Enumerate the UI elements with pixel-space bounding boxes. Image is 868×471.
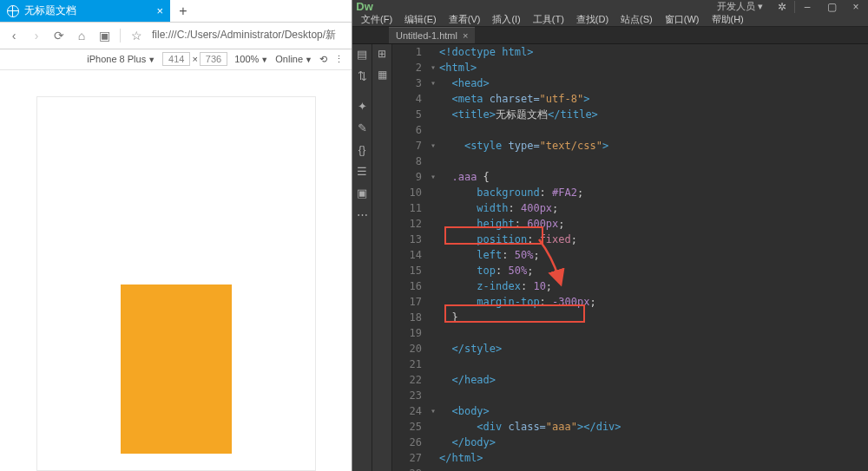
rail-icon[interactable]: ▤ (357, 48, 367, 61)
device-select[interactable]: iPhone 8 Plus▼ (87, 54, 155, 64)
zoom-select[interactable]: 100%▼ (234, 54, 268, 64)
code-line[interactable]: 19 (392, 325, 868, 341)
rail-icon[interactable]: ▦ (378, 69, 387, 81)
code-line[interactable]: 25 <div class="aaa"></div> (392, 419, 868, 435)
menu-item[interactable]: 插入(I) (492, 13, 520, 26)
code-line[interactable]: 5 <title>无标题文档</title> (392, 107, 868, 122)
tab-close-icon[interactable]: × (156, 4, 163, 17)
globe-icon (7, 5, 19, 17)
code-line[interactable]: 2▾<html> (392, 60, 868, 75)
menu-bar: 文件(F)编辑(E)查看(V)插入(I)工具(T)查找(D)站点(S)窗口(W)… (352, 13, 868, 27)
rail-more-icon[interactable]: ⋯ (357, 208, 368, 221)
fold-icon[interactable]: ▾ (427, 169, 439, 185)
gutter: 1 (392, 44, 427, 60)
editor-pane: Dw 开发人员 ▾ ✲ – ▢ × 文件(F)编辑(E)查看(V)插入(I)工具… (352, 0, 868, 471)
code-line[interactable]: 12 height: 600px; (392, 216, 868, 232)
fold-icon[interactable]: ▾ (427, 60, 439, 75)
fold-icon (427, 278, 439, 294)
gutter: 3 (392, 75, 427, 91)
workspace-select[interactable]: 开发人员 ▾ (710, 0, 770, 13)
maximize-button[interactable]: ▢ (819, 1, 844, 13)
rail-icon[interactable]: {} (358, 143, 366, 156)
code-line[interactable]: 4 <meta charset="utf-8"> (392, 91, 868, 107)
code-line[interactable]: 13 position: fixed; (392, 232, 868, 247)
code-line[interactable]: 21 (392, 357, 868, 372)
close-button[interactable]: × (844, 1, 868, 13)
sidepanel-icon[interactable]: ▣ (97, 29, 111, 43)
gutter: 14 (392, 247, 427, 263)
fold-icon (427, 325, 439, 341)
minimize-button[interactable]: – (795, 1, 819, 13)
code-line[interactable]: 14 left: 50%; (392, 247, 868, 263)
fold-icon (427, 263, 439, 278)
height-input[interactable]: 736 (200, 52, 227, 66)
code-text: z-index: 10; (439, 278, 552, 294)
menu-item[interactable]: 帮助(H) (712, 13, 744, 26)
code-line[interactable]: 24▾ <body> (392, 403, 868, 419)
reload-icon[interactable]: ⟳ (52, 29, 66, 43)
code-line[interactable]: 9▾ .aaa { (392, 169, 868, 185)
fold-icon[interactable]: ▾ (427, 138, 439, 154)
code-line[interactable]: 23 (392, 388, 868, 403)
menu-item[interactable]: 查看(V) (449, 13, 481, 26)
code-line[interactable]: 26 </body> (392, 435, 868, 450)
star-icon[interactable]: ☆ (129, 29, 143, 43)
fold-icon[interactable]: ▾ (427, 75, 439, 91)
gutter: 5 (392, 107, 427, 122)
code-line[interactable]: 18 } (392, 310, 868, 325)
code-line[interactable]: 17 margin-top: -300px; (392, 294, 868, 310)
fold-icon (427, 388, 439, 403)
code-line[interactable]: 1<!doctype html> (392, 44, 868, 60)
menu-item[interactable]: 站点(S) (621, 13, 653, 26)
code-line[interactable]: 10 background: #FA2; (392, 185, 868, 200)
code-line[interactable]: 7▾ <style type="text/css"> (392, 138, 868, 154)
rail-icon[interactable]: ⊞ (378, 48, 386, 60)
rail-icon[interactable]: ▣ (357, 186, 367, 200)
rotate-icon[interactable]: ⟲ (319, 54, 327, 65)
forward-icon[interactable]: › (30, 29, 43, 43)
code-editor[interactable]: 1<!doctype html>2▾<html>3▾ <head>4 <meta… (392, 44, 868, 471)
file-tab[interactable]: Untitled-1.html × (389, 27, 475, 43)
rail-icon[interactable]: ✦ (358, 100, 367, 113)
back-icon[interactable]: ‹ (7, 29, 21, 43)
code-line[interactable]: 8 (392, 154, 868, 169)
more-icon[interactable]: ⋮ (334, 54, 345, 65)
rail-icon[interactable]: ⇅ (358, 69, 367, 82)
preview-area (0, 70, 352, 471)
code-line[interactable]: 3▾ <head> (392, 75, 868, 91)
menu-item[interactable]: 查找(D) (576, 13, 608, 26)
menu-item[interactable]: 编辑(E) (404, 13, 437, 26)
url-text[interactable]: file:///C:/Users/Administrator/Desktop/新 (152, 28, 345, 43)
file-tab-close-icon[interactable]: × (463, 30, 468, 41)
menu-item[interactable]: 窗口(W) (665, 13, 700, 26)
menu-item[interactable]: 文件(F) (361, 13, 392, 26)
code-line[interactable]: 16 z-index: 10; (392, 278, 868, 294)
rail-icon[interactable]: ☰ (357, 165, 367, 178)
width-input[interactable]: 414 (162, 52, 190, 66)
online-select[interactable]: Online▼ (275, 54, 312, 64)
gutter: 18 (392, 310, 427, 325)
new-tab-button[interactable]: + (170, 0, 196, 22)
home-icon[interactable]: ⌂ (75, 29, 89, 43)
code-line[interactable]: 27</html> (392, 450, 868, 466)
code-line[interactable]: 15 top: 50%; (392, 263, 868, 278)
code-text: </body> (439, 435, 496, 450)
title-bar: Dw 开发人员 ▾ ✲ – ▢ × (352, 0, 868, 13)
gutter: 10 (392, 185, 427, 200)
browser-tab[interactable]: 无标题文档 × (0, 0, 170, 22)
code-line[interactable]: 28 (392, 466, 868, 471)
rail-icon[interactable]: ✎ (358, 121, 367, 134)
code-line[interactable]: 22 </head> (392, 372, 868, 388)
code-text: .aaa { (439, 169, 490, 185)
code-line[interactable]: 11 width: 400px; (392, 200, 868, 216)
gear-icon[interactable]: ✲ (770, 1, 794, 13)
code-line[interactable]: 6 (392, 122, 868, 138)
code-text: position: fixed; (439, 232, 577, 247)
code-line[interactable]: 20 </style> (392, 341, 868, 357)
fold-icon (427, 107, 439, 122)
gutter: 25 (392, 419, 427, 435)
gutter: 24 (392, 403, 427, 419)
fold-icon[interactable]: ▾ (427, 403, 439, 419)
menu-item[interactable]: 工具(T) (533, 13, 564, 26)
editor-body: ▤ ⇅ ✦ ✎ {} ☰ ▣ ⋯ ⊞ ▦ 1<!doctype html>2▾<… (352, 44, 868, 471)
